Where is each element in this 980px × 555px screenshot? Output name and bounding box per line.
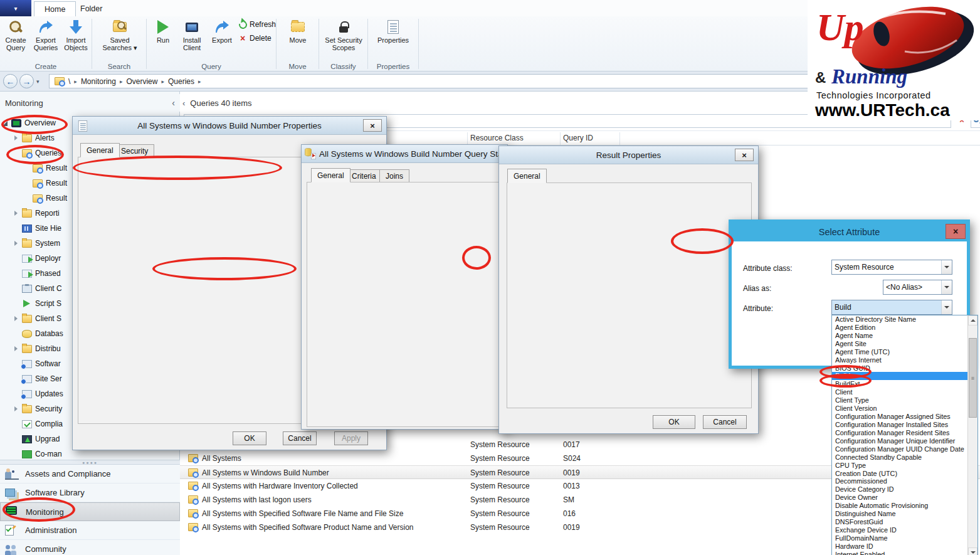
scrollbar-thumb[interactable]: ≡ bbox=[969, 338, 977, 418]
tab-criteria[interactable]: Criteria bbox=[345, 169, 382, 182]
attribute-option-decommissioned[interactable]: Decommissioned bbox=[832, 477, 968, 485]
collapse-panel-icon[interactable]: ‹ bbox=[182, 98, 185, 108]
close-icon[interactable]: × bbox=[735, 149, 754, 161]
collapse-pane-icon[interactable]: ‹ bbox=[172, 98, 175, 108]
splitter-handle[interactable]: ●●●● bbox=[0, 460, 180, 465]
tab-security[interactable]: Security bbox=[115, 144, 154, 157]
attribute-option-always-internet[interactable]: Always Internet bbox=[832, 356, 968, 364]
expander-icon[interactable] bbox=[13, 316, 19, 322]
attribute-option-exchange-device-id[interactable]: Exchange Device ID bbox=[832, 526, 968, 534]
attribute-option-connected-standby-capable[interactable]: Connected Standby Capable bbox=[832, 453, 968, 462]
attribute-option-configuration-manager-resident-sites[interactable]: Configuration Manager Resident Sites bbox=[832, 429, 968, 437]
attribute-option-client-type[interactable]: Client Type bbox=[832, 396, 968, 404]
history-dropdown-icon[interactable]: ▾ bbox=[36, 78, 40, 85]
attribute-dropdown[interactable]: Build bbox=[831, 300, 952, 315]
breadcrumb-root[interactable]: \ bbox=[68, 77, 70, 86]
tab-general[interactable]: General bbox=[507, 169, 547, 183]
play-icon bbox=[22, 300, 32, 308]
scroll-down-icon[interactable] bbox=[968, 547, 977, 555]
community-icon bbox=[5, 544, 19, 555]
tab-general[interactable]: General bbox=[80, 143, 120, 157]
attribute-option-configuration-manager-uuid-change-date[interactable]: Configuration Manager UUID Change Date bbox=[832, 445, 968, 453]
attribute-option-internet-enabled[interactable]: Internet Enabled bbox=[832, 551, 968, 555]
back-button[interactable]: ← bbox=[3, 74, 18, 88]
attribute-option-device-category-id[interactable]: Device Category ID bbox=[832, 485, 968, 494]
attribute-option-client[interactable]: Client bbox=[832, 388, 968, 396]
close-icon[interactable]: × bbox=[363, 119, 382, 132]
attribute-option-configuration-manager-assigned-sites[interactable]: Configuration Manager Assigned Sites bbox=[832, 413, 968, 421]
nav-item-assets-and-compliance[interactable]: Assets and Compliance bbox=[0, 465, 180, 484]
attribute-option-build[interactable]: Build bbox=[832, 372, 968, 380]
refresh-button[interactable]: Refresh bbox=[238, 20, 276, 29]
nav-item-community[interactable]: Community bbox=[0, 540, 180, 555]
folder-icon bbox=[22, 345, 32, 353]
apply-button[interactable]: Apply bbox=[334, 431, 368, 445]
breadcrumb-queries[interactable]: Queries bbox=[168, 77, 194, 86]
attribute-option-agent-time-utc[interactable]: Agent Time (UTC) bbox=[832, 348, 968, 356]
close-icon[interactable]: × bbox=[946, 224, 966, 239]
create-query-button[interactable]: Create Query bbox=[1, 18, 31, 59]
attribute-option-disable-automatic-provisioning[interactable]: Disable Automatic Provisioning bbox=[832, 502, 968, 510]
tab-general[interactable]: General bbox=[311, 168, 350, 182]
attribute-option-hardware-id[interactable]: Hardware ID bbox=[832, 542, 968, 551]
saved-searches-button[interactable]: Saved Searches ▾ bbox=[102, 18, 137, 59]
expander-icon[interactable] bbox=[13, 241, 19, 246]
attribute-option-creation-date-utc[interactable]: Creation Date (UTC) bbox=[832, 470, 968, 478]
expander-spacer bbox=[13, 391, 19, 397]
ok-button[interactable]: OK bbox=[653, 415, 695, 429]
properties-button[interactable]: Properties bbox=[376, 18, 411, 59]
attribute-option-distinguished-name[interactable]: Distinguished Name bbox=[832, 510, 968, 518]
attribute-option-agent-name[interactable]: Agent Name bbox=[832, 332, 968, 340]
attribute-options-list[interactable]: Active Directory Site NameAgent EditionA… bbox=[831, 315, 978, 555]
tab-folder[interactable]: Folder bbox=[70, 1, 112, 16]
query-name: All Systems with Specified Software File… bbox=[202, 509, 403, 518]
cancel-button[interactable]: Cancel bbox=[283, 431, 317, 445]
breadcrumb-overview[interactable]: Overview bbox=[126, 77, 157, 86]
attribute-option-device-owner[interactable]: Device Owner bbox=[832, 494, 968, 502]
attribute-option-configuration-manager-unique-identifier[interactable]: Configuration Manager Unique Identifier bbox=[832, 437, 968, 445]
attribute-option-active-directory-site-name[interactable]: Active Directory Site Name bbox=[832, 315, 968, 324]
sidebar-item-label: Deployr bbox=[35, 254, 61, 263]
attribute-option-dnsforestguid[interactable]: DNSForestGuid bbox=[832, 518, 968, 526]
column-resource-class[interactable]: Resource Class bbox=[470, 134, 524, 142]
expander-icon[interactable] bbox=[13, 211, 19, 216]
ok-button[interactable]: OK bbox=[233, 431, 266, 445]
run-button[interactable]: Run bbox=[150, 18, 176, 59]
folder-icon bbox=[22, 209, 32, 218]
alias-as-dropdown[interactable]: <No Alias> bbox=[883, 280, 952, 295]
attribute-option-buildext[interactable]: BuildExt bbox=[832, 380, 968, 388]
expander-icon[interactable] bbox=[13, 406, 19, 412]
attribute-option-agent-site[interactable]: Agent Site bbox=[832, 340, 968, 348]
ribbon-group-move: Move Move bbox=[277, 16, 319, 71]
attribute-option-agent-edition[interactable]: Agent Edition bbox=[832, 324, 968, 332]
forward-button[interactable]: → bbox=[19, 74, 34, 88]
expander-icon[interactable] bbox=[13, 135, 19, 141]
attribute-option-configuration-manager-installed-sites[interactable]: Configuration Manager Installed Sites bbox=[832, 421, 968, 429]
export-button[interactable]: Export bbox=[208, 18, 236, 59]
application-menu-button[interactable]: ▾ bbox=[0, 0, 31, 16]
nav-item-software-library[interactable]: Software Library bbox=[0, 484, 180, 502]
scroll-up-icon[interactable] bbox=[968, 315, 977, 325]
column-query-id[interactable]: Query ID bbox=[563, 134, 593, 142]
delete-button[interactable]: × Delete bbox=[238, 34, 271, 43]
set-security-scopes-button[interactable]: Set Security Scopes bbox=[322, 18, 366, 59]
nav-item-monitoring[interactable]: Monitoring bbox=[0, 502, 180, 521]
export-queries-button[interactable]: Export Queries bbox=[31, 18, 61, 59]
expander-icon[interactable] bbox=[13, 346, 19, 352]
dropdown-scrollbar[interactable]: ≡ bbox=[967, 315, 977, 555]
install-client-button[interactable]: Install Client bbox=[177, 18, 207, 59]
breadcrumb-monitoring[interactable]: Monitoring bbox=[81, 77, 116, 86]
move-button[interactable]: Move bbox=[283, 18, 313, 59]
cancel-button[interactable]: Cancel bbox=[703, 415, 747, 429]
attribute-option-cpu-type[interactable]: CPU Type bbox=[832, 462, 968, 470]
attribute-option-bios-guid[interactable]: BIOS GUID bbox=[832, 364, 968, 373]
dialog-title: All Systems w Windows Build Number Query… bbox=[319, 149, 507, 159]
expander-icon[interactable] bbox=[3, 120, 8, 126]
attribute-class-dropdown[interactable]: System Resource bbox=[831, 260, 952, 275]
expander-spacer bbox=[13, 361, 19, 367]
attribute-option-client-version[interactable]: Client Version bbox=[832, 404, 968, 413]
import-objects-button[interactable]: Import Objects bbox=[61, 18, 91, 59]
attribute-option-fulldomainname[interactable]: FullDomainName bbox=[832, 534, 968, 542]
nav-item-administration[interactable]: Administration bbox=[0, 521, 180, 540]
tab-joins[interactable]: Joins bbox=[379, 169, 409, 182]
